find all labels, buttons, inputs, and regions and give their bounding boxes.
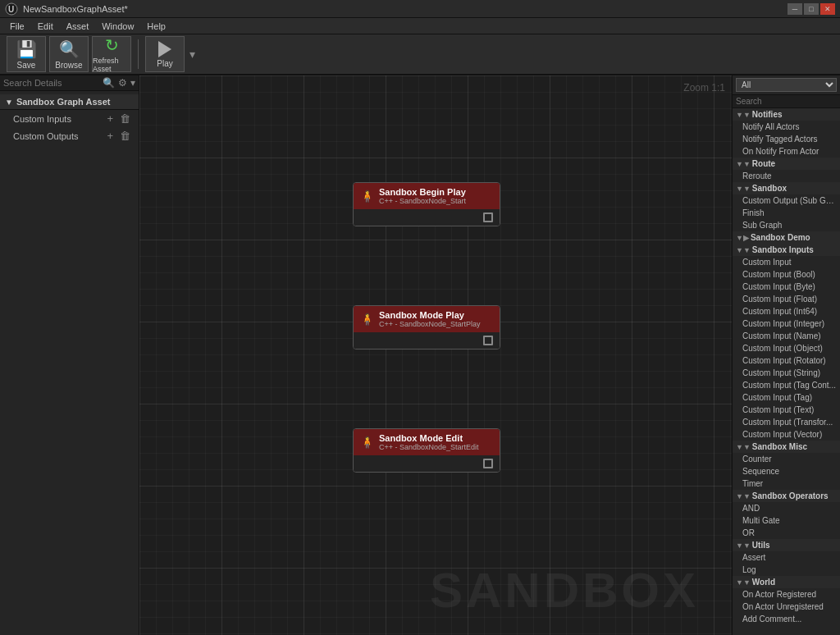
canvas-area[interactable]: Zoom 1:1 SANDBOX 🧍 Sandbox Begin Play C+… [139, 75, 732, 635]
category-arrow-5: ▼ [736, 443, 751, 451]
right-category-1[interactable]: ▼Route [733, 158, 840, 170]
right-category-5[interactable]: ▼Sandbox Misc [733, 441, 840, 453]
search-bar: 🔍 ⚙ ▾ [0, 75, 139, 91]
right-category-6[interactable]: ▼Sandbox Operators [733, 490, 840, 502]
right-search-bar: 🔍 [733, 95, 840, 108]
node-output-pin-mode-play[interactable] [483, 336, 493, 345]
node-title-begin-play: Sandbox Begin Play [379, 187, 466, 197]
right-item-4-5[interactable]: Custom Input (Integer) [733, 318, 840, 330]
window-title: NewSandboxGraphAsset* [23, 4, 788, 14]
left-panel-content: ▼ Sandbox Graph Asset Custom Inputs + 🗑 … [0, 91, 139, 148]
browse-button[interactable]: 🔍 Browse [49, 36, 89, 72]
add-custom-input-button[interactable]: + [105, 112, 115, 125]
menu-edit[interactable]: Edit [31, 18, 60, 34]
right-item-1-0[interactable]: Reroute [733, 170, 840, 182]
node-header-begin-play: 🧍 Sandbox Begin Play C++ - SandboxNode_S… [354, 183, 500, 209]
right-item-5-0[interactable]: Counter [733, 453, 840, 465]
category-arrow-6: ▼ [736, 492, 751, 500]
right-item-8-2[interactable]: Add Comment... [733, 613, 840, 625]
play-icon [158, 41, 171, 57]
node-body-begin-play [354, 209, 500, 226]
right-item-6-2[interactable]: OR [733, 527, 840, 539]
right-item-4-14[interactable]: Custom Input (Vector) [733, 428, 840, 441]
right-item-0-0[interactable]: Notify All Actors [733, 121, 840, 133]
close-button[interactable]: ✕ [820, 3, 835, 15]
menu-file[interactable]: File [3, 18, 31, 34]
right-item-4-1[interactable]: Custom Input (Bool) [733, 268, 840, 281]
remove-custom-output-button[interactable]: 🗑 [118, 130, 132, 142]
play-button[interactable]: Play [145, 36, 185, 72]
right-item-4-10[interactable]: Custom Input (Tag Cont... [733, 379, 840, 391]
right-item-6-1[interactable]: Multi Gate [733, 514, 840, 527]
panel-row-custom-outputs: Custom Outputs + 🗑 [0, 127, 139, 144]
menu-bar: File Edit Asset Window Help [0, 18, 840, 34]
right-item-8-1[interactable]: On Actor Unregistered [733, 601, 840, 613]
category-arrow-4: ▼ [736, 246, 751, 254]
right-item-5-1[interactable]: Sequence [733, 465, 840, 477]
menu-asset[interactable]: Asset [60, 18, 96, 34]
window-controls: ─ □ ✕ [788, 3, 835, 15]
category-arrow-8: ▼ [736, 578, 751, 587]
right-item-4-6[interactable]: Custom Input (Name) [733, 330, 840, 342]
right-item-4-13[interactable]: Custom Input (Transfor... [733, 416, 840, 428]
menu-help[interactable]: Help [140, 18, 172, 34]
right-item-4-11[interactable]: Custom Input (Tag) [733, 391, 840, 404]
category-arrow-3: ▶ [736, 234, 749, 242]
filter-icon[interactable]: ▾ [130, 77, 135, 89]
add-custom-output-button[interactable]: + [105, 130, 115, 142]
svg-text:U: U [8, 5, 14, 14]
play-dropdown-arrow[interactable]: ▾ [188, 46, 197, 62]
graph-node-begin-play[interactable]: 🧍 Sandbox Begin Play C++ - SandboxNode_S… [353, 182, 500, 226]
right-item-2-2[interactable]: Sub Graph [733, 219, 840, 231]
remove-custom-input-button[interactable]: 🗑 [118, 112, 132, 125]
right-category-3[interactable]: ▶Sandbox Demo [733, 231, 840, 244]
node-person-icon-3: 🧍 [360, 436, 374, 449]
custom-outputs-actions: + 🗑 [105, 130, 132, 142]
search-details-input[interactable] [3, 78, 99, 88]
right-item-4-7[interactable]: Custom Input (Object) [733, 342, 840, 354]
node-header-mode-edit: 🧍 Sandbox Mode Edit C++ - SandboxNode_St… [354, 429, 500, 455]
refresh-asset-button[interactable]: ↻ Refresh Asset [92, 36, 131, 72]
menu-window[interactable]: Window [95, 18, 140, 34]
right-category-8[interactable]: ▼World [733, 576, 840, 588]
node-output-pin-mode-edit[interactable] [483, 459, 493, 468]
graph-node-mode-play[interactable]: 🧍 Sandbox Mode Play C++ - SandboxNode_St… [353, 305, 500, 349]
right-item-4-0[interactable]: Custom Input [733, 256, 840, 268]
right-item-2-1[interactable]: Finish [733, 207, 840, 219]
right-item-2-0[interactable]: Custom Output (Sub Gra... [733, 194, 840, 207]
save-icon: 💾 [16, 39, 37, 59]
right-item-4-2[interactable]: Custom Input (Byte) [733, 281, 840, 293]
right-category-0[interactable]: ▼Notifies [733, 108, 840, 121]
node-subtitle-mode-edit: C++ - SandboxNode_StartEdit [379, 443, 479, 451]
panel-row-custom-inputs: Custom Inputs + 🗑 [0, 110, 139, 127]
save-button[interactable]: 💾 Save [7, 36, 46, 72]
minimize-button[interactable]: ─ [788, 3, 802, 15]
graph-node-mode-edit[interactable]: 🧍 Sandbox Mode Edit C++ - SandboxNode_St… [353, 428, 500, 473]
right-panel-header: All [733, 75, 840, 95]
node-title-mode-play: Sandbox Mode Play [379, 310, 481, 320]
toolbar-separator [138, 39, 139, 69]
right-item-4-9[interactable]: Custom Input (String) [733, 367, 840, 379]
node-output-pin-begin-play[interactable] [483, 212, 493, 222]
panel-section-sandbox[interactable]: ▼ Sandbox Graph Asset [0, 94, 139, 110]
right-item-4-3[interactable]: Custom Input (Float) [733, 293, 840, 305]
right-item-0-1[interactable]: Notify Tagged Actors [733, 133, 840, 145]
right-item-7-0[interactable]: Assert [733, 551, 840, 564]
maximize-button[interactable]: □ [804, 3, 819, 15]
right-category-2[interactable]: ▼Sandbox [733, 182, 840, 194]
right-item-5-2[interactable]: Timer [733, 477, 840, 490]
right-category-7[interactable]: ▼Utils [733, 539, 840, 551]
left-panel: 🔍 ⚙ ▾ ▼ Sandbox Graph Asset Custom Input… [0, 75, 139, 635]
settings-icon[interactable]: ⚙ [118, 77, 127, 89]
right-item-4-12[interactable]: Custom Input (Text) [733, 404, 840, 416]
node-title-mode-edit: Sandbox Mode Edit [379, 433, 479, 443]
filter-select[interactable]: All [736, 78, 837, 92]
right-item-6-0[interactable]: AND [733, 502, 840, 514]
right-item-8-0[interactable]: On Actor Registered [733, 588, 840, 601]
right-item-7-1[interactable]: Log [733, 564, 840, 576]
right-item-0-2[interactable]: On Notify From Actor [733, 145, 840, 158]
right-search-input[interactable] [736, 97, 840, 106]
right-item-4-8[interactable]: Custom Input (Rotator) [733, 354, 840, 367]
right-item-4-4[interactable]: Custom Input (Int64) [733, 305, 840, 318]
right-category-4[interactable]: ▼Sandbox Inputs [733, 244, 840, 256]
